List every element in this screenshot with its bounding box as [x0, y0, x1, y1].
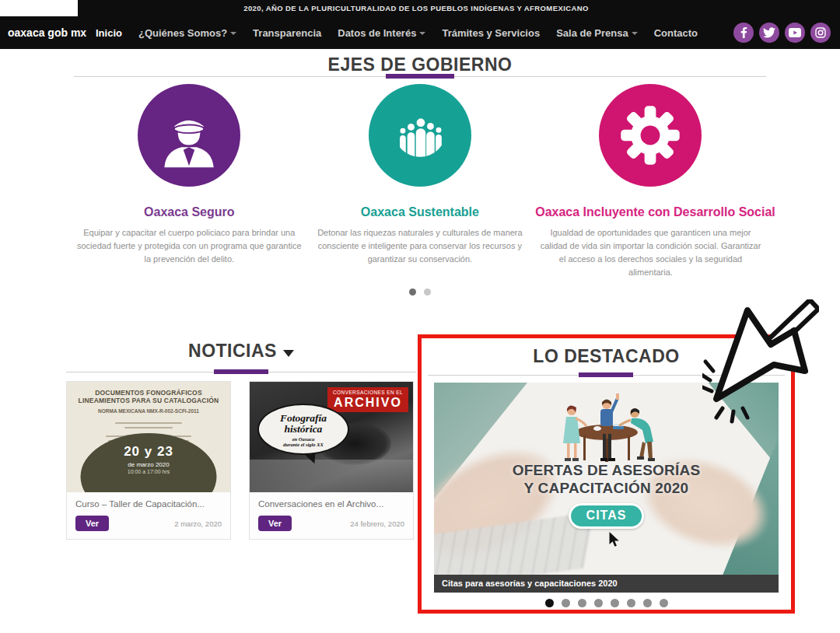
- noticias-section-title: NOTICIAS: [188, 341, 277, 362]
- nav-item-inicio[interactable]: Inicio: [96, 27, 122, 39]
- poster-date-badge: 20 y 23 de marzo 2020 10:00 a 17:00 hrs: [81, 433, 217, 492]
- ver-button[interactable]: Ver: [75, 516, 109, 531]
- meeting-illustration: [529, 387, 684, 468]
- banner-caption: Citas para asesorías y capacitaciones 20…: [434, 575, 779, 593]
- carousel-dot[interactable]: [409, 289, 416, 296]
- top-navbar: oaxaca gob mx Inicio ¿Quiénes Somos? Tra…: [0, 16, 840, 49]
- news-card-image: DOCUMENTOS FONOGRÁFICOS LINEAMIENTOS PAR…: [67, 382, 230, 492]
- eje-title[interactable]: Oaxaca Sustentable: [305, 205, 536, 219]
- carousel-dot[interactable]: [660, 599, 668, 607]
- carousel-dot[interactable]: [643, 599, 652, 607]
- carousel-dot[interactable]: [611, 599, 619, 607]
- destacado-carousel-dots: [422, 599, 791, 607]
- carousel-dot[interactable]: [627, 599, 635, 607]
- eje-oaxaca-seguro: Oaxaca Seguro Equipar y capacitar el cue…: [74, 84, 305, 279]
- eje-title[interactable]: Oaxaca Seguro: [74, 205, 305, 219]
- citas-button[interactable]: CITAS: [569, 503, 645, 529]
- main-menu: Inicio ¿Quiénes Somos? Transparencia Dat…: [96, 27, 698, 39]
- news-date: 24 febrero, 2020: [350, 519, 404, 528]
- carousel-dot[interactable]: [594, 599, 603, 607]
- title-accent: [579, 372, 633, 377]
- gear-icon: [599, 84, 702, 187]
- title-accent: [386, 74, 454, 79]
- news-card[interactable]: CONVERSACIONES EN EL ARCHIVO Fotografía …: [249, 381, 414, 540]
- nav-item-contacto[interactable]: Contacto: [654, 27, 698, 39]
- youtube-icon[interactable]: [785, 23, 805, 43]
- nav-item-sala-de-prensa[interactable]: Sala de Prensa: [556, 27, 638, 39]
- twitter-icon[interactable]: [759, 23, 779, 43]
- ejes-columns: Oaxaca Seguro Equipar y capacitar el cue…: [74, 84, 766, 279]
- ver-button[interactable]: Ver: [258, 516, 292, 531]
- eje-description: Equipar y capacitar el cuerpo policiaco …: [75, 226, 303, 266]
- poster-speech-bubble: Fotografía histórica en Oaxaca durante e…: [257, 404, 349, 455]
- instagram-icon[interactable]: [810, 23, 831, 43]
- chevron-down-icon: [419, 32, 425, 35]
- title-accent: [214, 369, 268, 374]
- click-arrow-annotation: [702, 299, 819, 427]
- carousel-dot[interactable]: [562, 599, 570, 607]
- speech-bubble-tail: [305, 453, 318, 466]
- banner-heading: OFERTAS DE ASESORÍAS Y CAPACITACIÓN 2020: [434, 462, 779, 498]
- site-logo[interactable]: oaxaca gob mx: [8, 26, 89, 39]
- poster-fine-print: [124, 427, 173, 428]
- noticias-header: NOTICIAS: [66, 341, 416, 362]
- social-links: [733, 23, 831, 43]
- poster-fine-print: [115, 422, 182, 424]
- carousel-dot[interactable]: [578, 599, 586, 607]
- poster-photo-detail: [250, 460, 413, 492]
- news-date: 2 marzo, 2020: [174, 519, 222, 528]
- police-officer-icon: [138, 84, 240, 187]
- chevron-down-icon: [230, 32, 236, 35]
- eje-description: Igualdad de oportunidades que garanticen…: [537, 226, 764, 279]
- cursor-pointer-icon: [608, 532, 621, 551]
- eje-description: Detonar las riquezas naturales y cultura…: [306, 226, 534, 266]
- eje-oaxaca-incluyente: Oaxaca Incluyente con Desarrollo Social …: [535, 84, 766, 279]
- destacado-section-title: LO DESTACADO: [533, 346, 679, 366]
- ejes-carousel-dots: [0, 289, 840, 296]
- people-group-icon: [369, 84, 471, 187]
- announcement-bar: 2020, AÑO DE LA PLURICULTURALIDAD DE LOS…: [78, 0, 840, 16]
- news-card-image: CONVERSACIONES EN EL ARCHIVO Fotografía …: [250, 382, 413, 492]
- nav-item-quienes-somos[interactable]: ¿Quiénes Somos?: [138, 27, 236, 39]
- eje-oaxaca-sustentable: Oaxaca Sustentable Detonar las riquezas …: [305, 84, 536, 279]
- chevron-down-icon[interactable]: [283, 350, 294, 357]
- news-card[interactable]: DOCUMENTOS FONOGRÁFICOS LINEAMIENTOS PAR…: [66, 381, 231, 540]
- news-title[interactable]: Conversaciones en el Archivo...: [258, 499, 404, 509]
- carousel-dot[interactable]: [545, 599, 554, 607]
- news-title[interactable]: Curso – Taller de Capacitación...: [75, 499, 222, 509]
- nav-item-transparencia[interactable]: Transparencia: [253, 27, 321, 39]
- chevron-down-icon: [632, 32, 638, 35]
- carousel-dot[interactable]: [424, 289, 431, 296]
- poster-tag: CONVERSACIONES EN EL ARCHIVO: [327, 387, 408, 412]
- nav-item-datos-de-interes[interactable]: Datos de Interés: [338, 27, 425, 39]
- nav-item-tramites-servicios[interactable]: Trámites y Servicios: [442, 27, 540, 39]
- ejes-section-title: EJES DE GOBIERNO: [0, 54, 840, 75]
- facebook-icon[interactable]: [733, 23, 754, 43]
- eje-title[interactable]: Oaxaca Incluyente con Desarrollo Social: [535, 205, 766, 219]
